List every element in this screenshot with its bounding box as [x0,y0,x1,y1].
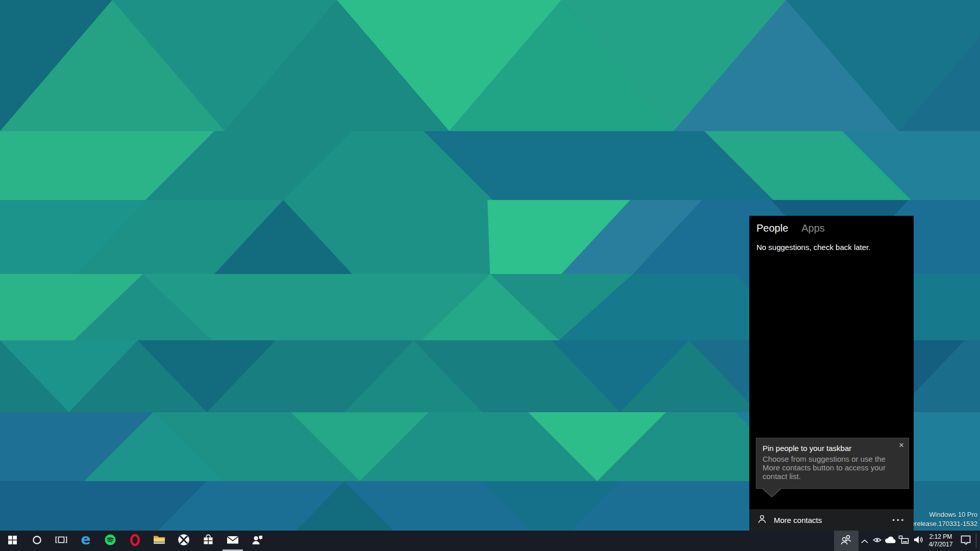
more-contacts-button[interactable]: More contacts ••• [749,509,914,531]
file-explorer-icon [153,535,165,547]
people-app-icon [252,534,263,547]
cortana-search-icon [32,535,42,547]
edge-icon: e [79,533,93,549]
opera-button[interactable] [122,531,147,551]
network-button[interactable] [897,531,911,551]
xbox-button[interactable] [172,531,196,551]
start-icon [8,536,17,546]
action-center-button[interactable] [955,531,976,551]
person-outline-icon [757,514,767,526]
mail-button[interactable] [220,531,245,551]
mail-icon [227,535,239,546]
people-tray-icon [840,534,852,547]
no-suggestions-message: No suggestions, check back later. [749,234,914,252]
flyout-tabs: People Apps [749,216,914,234]
clock-time: 2:12 PM [929,533,952,541]
taskbar: e [0,531,980,551]
spotify-icon [104,534,116,548]
show-hidden-icons-button[interactable] [859,531,871,551]
svg-text:e: e [81,533,91,547]
edge-button[interactable]: e [74,531,98,551]
eye-icon [873,536,881,545]
tooltip-title: Pin people to your taskbar [763,443,893,454]
people-tray-button[interactable] [834,531,859,551]
start-button[interactable] [0,531,24,551]
tab-apps[interactable]: Apps [801,222,825,234]
spotify-button[interactable] [98,531,122,551]
xbox-icon [178,534,190,548]
clock-date: 4/7/2017 [929,541,953,548]
taskbar-clock[interactable]: 2:12 PM 4/7/2017 [926,531,955,551]
task-view-icon [55,535,67,546]
tray-eye-button[interactable] [871,531,883,551]
cortana-button[interactable] [24,531,49,551]
show-desktop-button[interactable] [976,534,980,548]
system-tray: 2:12 PM 4/7/2017 [834,531,980,551]
file-explorer-button[interactable] [147,531,172,551]
task-view-button[interactable] [49,531,74,551]
volume-button[interactable] [911,531,926,551]
more-contacts-label: More contacts [774,516,822,524]
chevron-up-icon [861,536,868,545]
store-button[interactable] [196,531,220,551]
close-icon[interactable]: × [899,441,904,449]
tab-people[interactable]: People [756,222,788,234]
opera-icon [129,534,141,548]
onedrive-button[interactable] [883,531,897,551]
see-more-icon[interactable]: ••• [892,516,905,524]
tooltip-body: Choose from suggestions or use the More … [763,455,893,481]
network-icon [898,535,910,546]
tooltip-arrow-fill [763,488,781,496]
onedrive-cloud-icon [884,536,896,546]
people-flyout-panel: People Apps No suggestions, check back l… [749,216,914,531]
pin-people-tooltip: Pin people to your taskbar Choose from s… [756,438,909,489]
store-icon [203,534,214,547]
volume-icon [913,535,924,546]
action-center-icon [960,534,971,547]
people-app-button[interactable] [245,531,270,551]
